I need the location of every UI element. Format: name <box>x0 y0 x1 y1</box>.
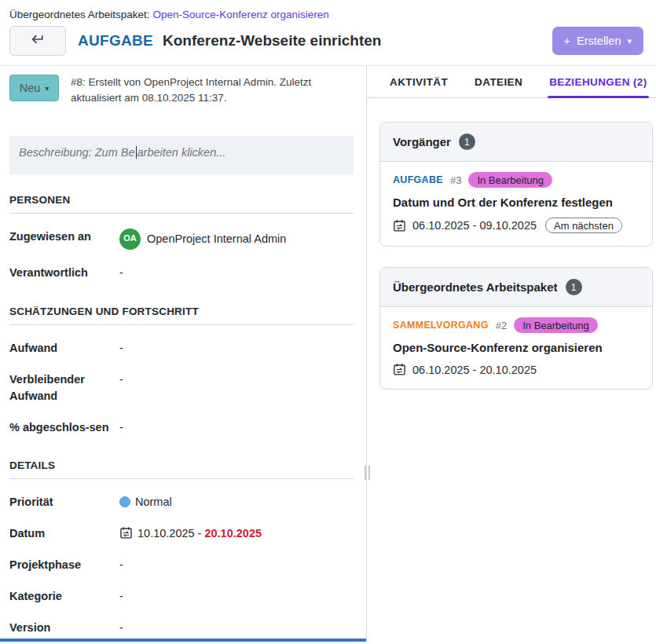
section-heading-people: PERSONEN <box>9 194 354 206</box>
count-badge: 1 <box>459 134 475 150</box>
section-heading-estimates: SCHÄTZUNGEN UND FORTSCHRITT <box>9 306 354 317</box>
priority-dot-icon <box>119 496 130 507</box>
related-dates: 06.10.2025 - 09.10.2025 <box>412 219 537 232</box>
field-label: Projektphase <box>9 557 119 573</box>
create-button[interactable]: + Erstellen ▾ <box>552 27 643 55</box>
related-id: #2 <box>496 320 507 331</box>
breadcrumb-parent-link[interactable]: Open-Source-Konferenz organisieren <box>152 9 328 20</box>
related-dates: 06.10.2025 - 20.10.2025 <box>412 364 537 376</box>
predecessor-card-header: Vorgänger 1 <box>380 123 652 162</box>
back-button[interactable] <box>9 26 66 56</box>
field-responsible: Verantwortlich - <box>9 265 354 281</box>
status-badge: In Bearbeitung <box>468 172 552 188</box>
description-field[interactable]: Beschreibung: Zum Bearbeiten klicken... <box>9 136 354 174</box>
section-divider <box>9 324 354 325</box>
content-split: Neu ▾ #8: Erstellt von OpenProject Inter… <box>0 66 656 642</box>
date-start: 10.10.2025 - <box>137 525 201 541</box>
category-value[interactable]: - <box>119 588 123 604</box>
chevron-down-icon: ▾ <box>45 84 49 93</box>
field-assignee: Zugewiesen an OA OpenProject Internal Ad… <box>9 229 354 250</box>
count-badge: 1 <box>566 279 582 295</box>
status-label: Neu <box>20 82 41 94</box>
tab-activity[interactable]: AKTIVITÄT <box>390 66 448 97</box>
field-label: Aufwand <box>9 340 119 357</box>
assignee-name: OpenProject Internal Admin <box>147 231 286 247</box>
page-title[interactable]: Konferenz-Webseite einrichten <box>163 32 381 49</box>
field-date: Datum 10.10.2025 - 20.10.2025 <box>9 525 354 542</box>
related-work-package-link[interactable]: Open-Source-Konferenz organisieren <box>393 341 640 354</box>
remaining-work-value[interactable]: - <box>119 371 123 387</box>
date-value[interactable]: 10.10.2025 - 20.10.2025 <box>119 525 262 541</box>
tab-relations[interactable]: BEZIEHUNGEN (2) <box>549 66 647 97</box>
version-value[interactable]: - <box>119 620 123 635</box>
percent-complete-value[interactable]: - <box>119 419 123 435</box>
plus-icon: + <box>564 35 570 47</box>
field-label: Kategorie <box>9 588 119 605</box>
field-label: Version <box>9 620 119 636</box>
related-type: AUFGABE <box>393 174 443 185</box>
field-label: Datum <box>9 525 119 542</box>
parent-card-body: SAMMELVORGANG #2 In Bearbeitung Open-Sou… <box>380 307 652 389</box>
text-cursor <box>136 146 137 159</box>
status-dropdown-button[interactable]: Neu ▾ <box>9 75 59 101</box>
relations-panel: AKTIVITÄT DATEIEN BEZIEHUNGEN (2) Vorgän… <box>367 66 656 642</box>
field-label: Verbleibender Aufwand <box>9 371 119 404</box>
card-title: Vorgänger <box>393 135 451 148</box>
field-work: Aufwand - <box>9 340 354 357</box>
description-placeholder: arbeiten klicken... <box>137 146 226 159</box>
calendar-icon <box>393 219 406 232</box>
responsible-value[interactable]: - <box>119 265 123 280</box>
section-heading-details: DETAILS <box>9 459 354 471</box>
field-label: Verantwortlich <box>9 265 119 281</box>
priority-value[interactable]: Normal <box>119 494 172 510</box>
field-label: Priorität <box>9 494 119 510</box>
work-value[interactable]: - <box>119 340 123 356</box>
status-badge: In Bearbeitung <box>514 317 598 333</box>
card-title: Übergeordnetes Arbeitspaket <box>393 280 558 294</box>
work-package-type[interactable]: AUFGABE <box>78 32 153 49</box>
lag-chip: Am nächsten <box>545 218 622 233</box>
work-package-details-panel: Neu ▾ #8: Erstellt von OpenProject Inter… <box>0 66 367 642</box>
assignee-value[interactable]: OA OpenProject Internal Admin <box>119 229 286 250</box>
field-label: % abgeschlos-sen <box>9 419 112 436</box>
section-divider <box>9 478 354 479</box>
field-remaining-work: Verbleibender Aufwand - <box>9 371 354 404</box>
work-package-header: AUFGABE Konferenz-Webseite einrichten + … <box>0 20 656 66</box>
related-id: #3 <box>450 174 461 186</box>
related-type: SAMMELVORGANG <box>393 320 489 331</box>
avatar: OA <box>119 229 141 250</box>
predecessor-card: Vorgänger 1 AUFGABE #3 In Bearbeitung Da… <box>379 122 653 247</box>
calendar-icon <box>119 526 133 540</box>
breadcrumb: Übergeordnetes Arbeitspaket: Open-Source… <box>0 0 656 20</box>
create-button-label: Erstellen <box>577 35 621 47</box>
scrolled-content-edge <box>0 639 367 642</box>
creation-info-text: #8: Erstellt von OpenProject Internal Ad… <box>71 75 354 107</box>
field-priority: Priorität Normal <box>9 494 354 510</box>
parent-card-header: Übergeordnetes Arbeitspaket 1 <box>380 268 652 307</box>
related-work-package-link[interactable]: Datum und Ort der Konferenz festlegen <box>393 196 640 209</box>
field-category: Kategorie - <box>9 588 354 605</box>
panel-resize-handle[interactable] <box>361 466 372 481</box>
back-arrow-icon <box>30 33 46 49</box>
breadcrumb-label: Übergeordnetes Arbeitspaket: <box>9 9 150 20</box>
calendar-icon <box>393 363 406 376</box>
detail-tabs: AKTIVITÄT DATEIEN BEZIEHUNGEN (2) <box>367 66 656 98</box>
tab-files[interactable]: DATEIEN <box>475 66 522 97</box>
project-phase-value[interactable]: - <box>119 557 123 573</box>
date-end-overdue: 20.10.2025 <box>204 525 262 541</box>
section-divider <box>9 213 354 214</box>
chevron-down-icon: ▾ <box>627 36 632 46</box>
parent-card: Übergeordnetes Arbeitspaket 1 SAMMELVORG… <box>379 267 653 390</box>
predecessor-card-body: AUFGABE #3 In Bearbeitung Datum und Ort … <box>380 162 652 246</box>
field-project-phase: Projektphase - <box>9 557 354 573</box>
field-percent-complete: % abgeschlos-sen - <box>9 419 354 436</box>
priority-text: Normal <box>135 494 172 510</box>
field-label: Zugewiesen an <box>9 229 119 245</box>
description-placeholder: Beschreibung: Zum Be <box>19 146 135 159</box>
field-version: Version - <box>9 620 354 636</box>
